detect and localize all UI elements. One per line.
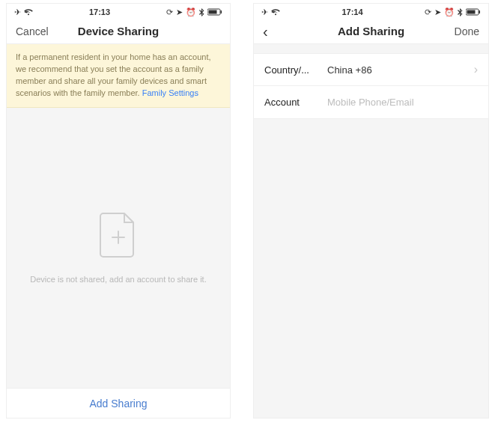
status-time: 17:14 [341,7,362,16]
cancel-button[interactable]: Cancel [7,19,58,43]
wifi-icon [24,8,33,16]
status-bar: ✈ 17:14 ⟳ ➤ ⏰ [254,4,488,19]
nav-header: Cancel Device Sharing [7,19,230,44]
status-right: ⟳ ➤ ⏰ [425,7,481,17]
bluetooth-icon [199,8,204,16]
account-label: Account [264,97,327,108]
battery-icon [207,8,222,16]
country-row[interactable]: Country/... China +86 › [254,53,488,86]
chevron-left-icon: ‹ [263,24,268,39]
svg-rect-4 [467,10,475,14]
account-row[interactable]: Account Mobile Phone/Email [254,86,488,119]
status-bar: ✈ 17:13 ⟳ ➤ ⏰ [7,4,230,19]
done-button[interactable]: Done [446,19,488,43]
empty-state-text: Device is not shared, add an account to … [30,275,206,284]
alarm-icon: ⏰ [186,7,196,17]
wifi-icon [271,8,280,16]
status-right: ⟳ ➤ ⏰ [166,7,222,17]
rotation-lock-icon: ⟳ [166,7,173,17]
rotation-lock-icon: ⟳ [425,7,431,17]
bottom-bar: Add Sharing [7,388,230,418]
svg-rect-1 [208,10,216,14]
empty-state: Device is not shared, add an account to … [7,108,230,388]
country-label: Country/... [264,64,327,76]
alarm-icon: ⏰ [444,7,455,17]
chevron-right-icon: › [474,64,478,76]
bluetooth-icon [458,8,463,16]
nav-header: ‹ Add Sharing Done [254,19,488,44]
svg-rect-5 [479,10,480,13]
section-gap [254,44,488,53]
family-tip-banner: If a permanent resident in your home has… [7,44,230,108]
airplane-icon: ✈ [261,7,268,17]
page-title: Device Sharing [78,25,159,37]
device-sharing-screen: ✈ 17:13 ⟳ ➤ ⏰ Cancel Device Sharing If a… [6,3,231,419]
page-title: Add Sharing [338,25,404,37]
svg-rect-2 [220,10,222,13]
empty-document-icon [99,212,138,258]
battery-icon [466,8,481,16]
account-placeholder: Mobile Phone/Email [327,97,478,108]
add-sharing-button[interactable]: Add Sharing [89,398,147,410]
add-sharing-screen: ✈ 17:14 ⟳ ➤ ⏰ ‹ Add Sharing Done Country [253,3,489,419]
back-button[interactable]: ‹ [254,19,277,43]
status-left: ✈ [261,7,280,17]
location-icon: ➤ [176,7,183,17]
family-settings-link[interactable]: Family Settings [142,88,198,97]
status-left: ✈ [14,7,33,17]
form-area: Country/... China +86 › Account Mobile P… [254,44,488,418]
status-time: 17:13 [89,7,110,16]
airplane-icon: ✈ [14,7,21,17]
country-value: China +86 [327,64,474,76]
location-icon: ➤ [434,7,441,17]
